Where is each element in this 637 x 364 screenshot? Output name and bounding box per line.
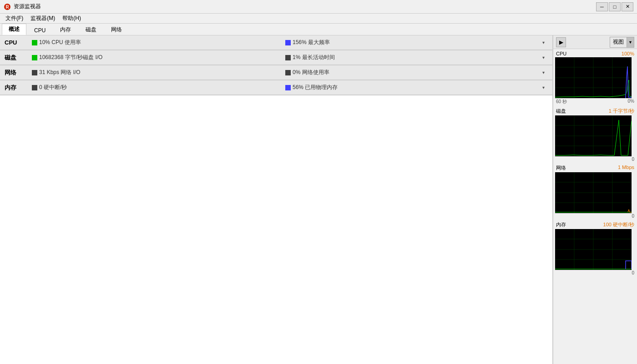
mini-charts-panel: CPU 100%	[553, 49, 637, 364]
cpu-stat-usage: 10% CPU 使用率	[32, 39, 285, 46]
tab-bar: 概述 CPU 内存 磁盘 网络	[0, 24, 637, 35]
cpu-freq-text: 156% 最大频率	[293, 39, 330, 46]
cpu-usage-text: 10% CPU 使用率	[39, 39, 81, 46]
cpu-expand-btn[interactable]: ▾	[539, 38, 548, 47]
close-button[interactable]: ✕	[622, 2, 633, 11]
section-network: 网络 31 Kbps 网络 I/O 0% 网络使用率 ▾	[0, 65, 552, 80]
cpu-freq-indicator	[285, 40, 291, 45]
section-network-title: 网络	[5, 69, 32, 77]
main-area: CPU 10% CPU 使用率 156% 最大频率 ▾ 磁盘	[0, 35, 637, 364]
maximize-button[interactable]: □	[609, 2, 621, 11]
network-chart-header: 网络 1 Mbps	[555, 165, 635, 171]
section-disk-title: 磁盘	[5, 54, 32, 62]
cpu-mini-chart: CPU 100%	[555, 51, 635, 105]
disk-chart-header: 磁盘 1 千字节/秒	[555, 108, 635, 115]
disk-active-indicator	[285, 55, 291, 60]
memory-chart-bottom-right: 0	[632, 270, 634, 275]
network-chart-value: 1 Mbps	[618, 165, 634, 171]
cpu-chart-bottom-right: 0%	[628, 99, 634, 105]
cpu-stat-freq: 156% 最大频率	[285, 39, 539, 46]
section-cpu-stats: 10% CPU 使用率 156% 最大频率	[32, 39, 539, 46]
cpu-usage-indicator	[32, 40, 37, 45]
memory-stat-interrupts: 0 硬中断/秒	[32, 84, 285, 91]
disk-chart-value: 1 千字节/秒	[609, 108, 634, 115]
network-chart-title: 网络	[556, 165, 566, 171]
network-stat-io: 31 Kbps 网络 I/O	[32, 69, 285, 76]
section-memory-header[interactable]: 内存 0 硬中断/秒 56% 已用物理内存 ▾	[0, 80, 552, 95]
right-nav-button[interactable]: ▶	[556, 37, 566, 47]
network-chart-canvas	[555, 172, 632, 213]
memory-expand-btn[interactable]: ▾	[539, 83, 548, 92]
title-bar: R 资源监视器 ─ □ ✕	[0, 0, 637, 14]
section-network-stats: 31 Kbps 网络 I/O 0% 网络使用率	[32, 69, 539, 76]
section-cpu-header[interactable]: CPU 10% CPU 使用率 156% 最大频率 ▾	[0, 35, 552, 50]
network-stat-usage: 0% 网络使用率	[285, 69, 539, 76]
disk-mini-chart: 磁盘 1 千字节/秒	[555, 108, 635, 162]
svg-text:R: R	[5, 5, 9, 10]
network-usage-text: 0% 网络使用率	[293, 69, 329, 76]
cpu-chart-canvas	[555, 57, 632, 98]
memory-interrupts-indicator	[32, 85, 37, 90]
view-dropdown-arrow[interactable]: ▼	[627, 37, 634, 47]
network-chart-bottom: 0	[555, 214, 635, 219]
cpu-chart-bottom: 60 秒 0%	[555, 99, 635, 105]
memory-chart-title: 内存	[556, 221, 566, 228]
disk-active-text: 1% 最长活动时间	[293, 54, 335, 61]
menu-file[interactable]: 文件(F)	[2, 14, 27, 23]
section-cpu-title: CPU	[5, 39, 32, 46]
memory-chart-value: 100 硬中断/秒	[603, 221, 634, 228]
memory-chart-header: 内存 100 硬中断/秒	[555, 221, 635, 228]
tab-disk[interactable]: 磁盘	[79, 24, 103, 35]
disk-stat-io: 10682368 字节/秒磁盘 I/O	[32, 54, 285, 61]
network-usage-indicator	[285, 70, 291, 75]
memory-interrupts-text: 0 硬中断/秒	[39, 84, 67, 91]
network-mini-chart: 网络 1 Mbps	[555, 165, 635, 219]
section-memory: 内存 0 硬中断/秒 56% 已用物理内存 ▾	[0, 80, 552, 95]
network-io-indicator	[32, 70, 37, 75]
right-panel-header: ▶ 视图 ▼	[553, 35, 637, 49]
menu-bar: 文件(F) 监视器(M) 帮助(H)	[0, 14, 637, 24]
memory-used-text: 56% 已用物理内存	[293, 84, 338, 91]
disk-chart-bottom-right: 0	[632, 157, 634, 162]
disk-stat-active: 1% 最长活动时间	[285, 54, 539, 61]
memory-used-indicator	[285, 85, 291, 90]
window-controls: ─ □ ✕	[596, 2, 633, 11]
disk-chart-bottom: 0	[555, 157, 635, 162]
disk-chart-canvas	[555, 115, 632, 156]
section-disk-header[interactable]: 磁盘 10682368 字节/秒磁盘 I/O 1% 最长活动时间 ▾	[0, 50, 552, 65]
memory-chart-canvas	[555, 229, 632, 270]
memory-chart-bottom: 0	[555, 270, 635, 275]
memory-mini-chart: 内存 100 硬中断/秒	[555, 221, 635, 275]
section-memory-title: 内存	[5, 84, 32, 92]
right-panel: ▶ 视图 ▼ CPU 100%	[553, 35, 637, 364]
section-memory-stats: 0 硬中断/秒 56% 已用物理内存	[32, 84, 539, 91]
view-label: 视图	[610, 38, 627, 46]
disk-expand-btn[interactable]: ▾	[539, 53, 548, 62]
left-panel: CPU 10% CPU 使用率 156% 最大频率 ▾ 磁盘	[0, 35, 553, 364]
menu-help[interactable]: 帮助(H)	[59, 14, 85, 23]
section-disk: 磁盘 10682368 字节/秒磁盘 I/O 1% 最长活动时间 ▾	[0, 50, 552, 65]
network-expand-btn[interactable]: ▾	[539, 68, 548, 77]
minimize-button[interactable]: ─	[596, 2, 608, 11]
memory-stat-used: 56% 已用物理内存	[285, 84, 539, 91]
tab-overview[interactable]: 概述	[2, 24, 26, 35]
section-disk-stats: 10682368 字节/秒磁盘 I/O 1% 最长活动时间	[32, 54, 539, 61]
disk-chart-title: 磁盘	[556, 108, 566, 115]
disk-io-indicator	[32, 55, 37, 60]
menu-monitor[interactable]: 监视器(M)	[27, 14, 59, 23]
disk-io-text: 10682368 字节/秒磁盘 I/O	[39, 54, 102, 61]
network-io-text: 31 Kbps 网络 I/O	[39, 69, 81, 76]
section-network-header[interactable]: 网络 31 Kbps 网络 I/O 0% 网络使用率 ▾	[0, 65, 552, 80]
tab-memory[interactable]: 内存	[53, 24, 78, 35]
cpu-chart-header: CPU 100%	[555, 51, 635, 56]
cpu-chart-value: 100%	[622, 51, 634, 56]
app-icon: R	[4, 3, 11, 10]
network-chart-bottom-right: 0	[632, 214, 634, 219]
tab-network[interactable]: 网络	[104, 24, 129, 35]
app-title: 资源监视器	[14, 3, 596, 10]
section-cpu: CPU 10% CPU 使用率 156% 最大频率 ▾	[0, 35, 552, 50]
tab-cpu[interactable]: CPU	[27, 25, 52, 35]
cpu-chart-title: CPU	[556, 51, 566, 56]
cpu-chart-bottom-left: 60 秒	[556, 99, 567, 105]
